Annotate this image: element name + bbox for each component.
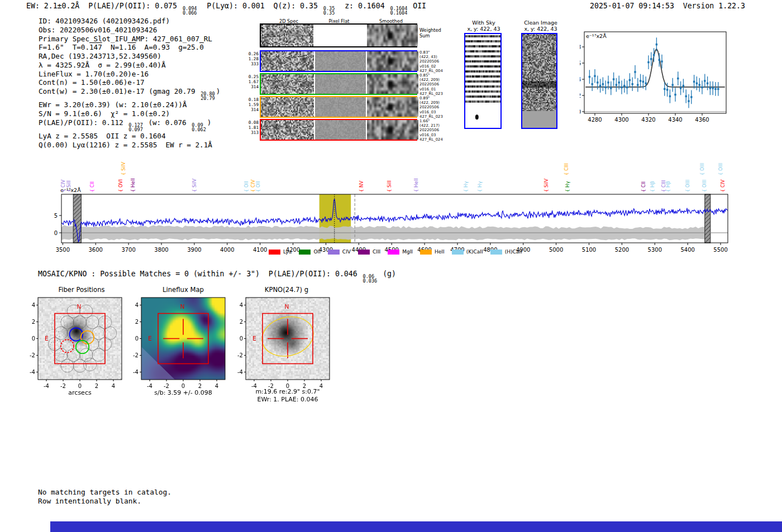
legend-swatch (388, 250, 399, 255)
fiber-positions-title: Fiber Positions (38, 286, 125, 294)
svg-text:4280: 4280 (588, 117, 602, 123)
legend-item: MgII (388, 249, 413, 255)
svg-text:2: 2 (32, 319, 35, 325)
svg-text:-4: -4 (237, 369, 243, 375)
svg-text:-2: -2 (237, 352, 243, 358)
svg-text:6: 6 (580, 60, 581, 66)
cutout-row-left-label: 0.081.81313 (247, 120, 259, 135)
compass-east: E (148, 335, 152, 342)
svg-text:{ OII: { OII (244, 181, 249, 192)
info-line-primary: Primary Spec_Slot_IFU_AMP: 427_061_007_R… (39, 35, 220, 44)
svg-text:3900: 3900 (187, 247, 201, 253)
svg-text:{ SiIV: { SiIV (192, 179, 197, 192)
svg-text:0: 0 (135, 336, 139, 342)
svg-text:0: 0 (580, 109, 581, 115)
catalog-image-title: KPNO(24.7) g (245, 286, 328, 294)
svg-text:-4: -4 (147, 383, 152, 389)
svg-text:4: 4 (215, 383, 218, 389)
legend-item: (H)CaII (490, 249, 522, 255)
svg-text:4: 4 (135, 302, 139, 308)
svg-text:{ Hγ: { Hγ (463, 181, 469, 192)
legend-label: HeII (435, 249, 445, 255)
cutout-row-right-label: WeightedSum (419, 28, 441, 39)
svg-text:2: 2 (135, 319, 139, 325)
svg-text:0: 0 (54, 230, 58, 236)
svg-text:4360: 4360 (695, 117, 709, 123)
legend-label: (H)CaII (505, 249, 522, 255)
svg-text:2: 2 (95, 383, 98, 389)
spectrum-legend: LyαOIICIVCIIIMgIIHeII(K)CaII(H)CaII (269, 249, 522, 255)
cutout-2dspec (261, 97, 314, 117)
legend-swatch (420, 250, 432, 255)
svg-text:0: 0 (32, 336, 35, 342)
cutout-2dspec (261, 120, 314, 140)
mosaic-status-line: MOSAIC/KPNO : Possible Matches = 0 (with… (38, 270, 396, 283)
info-line-lambda: λ = 4325.92Å σ = 2.99(±0.40)Å (39, 61, 220, 70)
cutout-row (260, 119, 417, 141)
cutout-row-left-label: 0.181.59314 (247, 97, 259, 112)
compass-north: N (285, 303, 289, 310)
info-line-plae: P(LAE)/P(OII): 0.112 0.1270.097 (w: 0.07… (39, 118, 220, 132)
footer-line-1: No matching targets in catalog. (38, 488, 171, 497)
svg-text:{ OIII: { OIII (702, 180, 707, 192)
svg-text:4100: 4100 (253, 247, 267, 253)
summary-header: EW: 2.1±0.2Å P(LAE)/P(OII): 0.075 0.0940… (26, 2, 426, 15)
svg-text:-4: -4 (30, 369, 35, 375)
svg-text:{ CIV: { CIV (720, 179, 726, 192)
footer-text: No matching targets in catalog. Row inte… (38, 488, 171, 505)
svg-text:3500: 3500 (56, 247, 70, 253)
classification-color-bar (50, 521, 782, 532)
svg-text:{ SiIV: { SiIV (121, 162, 126, 175)
svg-text:{ CIII: { CIII (564, 163, 569, 175)
legend-item: CIV (328, 249, 351, 255)
info-line-ewr: EWr = 3.20(±0.39) (w: 2.10(±0.24))Å (39, 100, 220, 109)
elixer-report-page: EW: 2.1±0.2Å P(LAE)/P(OII): 0.075 0.0940… (0, 0, 782, 532)
legend-item: HeII (420, 249, 445, 255)
svg-text:{ SiII: { SiII (66, 180, 71, 192)
compass-east: E (252, 335, 256, 342)
svg-text:{ OIII: { OIII (685, 180, 690, 192)
cutout-row-right-label: 1.66"(422, 217)20220506v016_03427_RL_024 (419, 119, 443, 142)
cutout-smoothed (367, 97, 418, 117)
svg-text:{ Hγ: { Hγ (477, 181, 483, 192)
legend-item: OII (299, 249, 320, 255)
svg-text:4300: 4300 (614, 117, 628, 123)
svg-text:5000: 5000 (549, 247, 563, 253)
svg-text:5200: 5200 (615, 247, 629, 253)
legend-swatch (490, 250, 502, 255)
svg-text:5300: 5300 (648, 247, 662, 253)
cutout-pixelflat (314, 25, 365, 46)
legend-label: OII (313, 249, 320, 255)
legend-label: MgII (402, 249, 413, 255)
cutout-pixelflat (315, 51, 366, 71)
cutout-smoothed (367, 74, 418, 94)
svg-text:-2: -2 (164, 383, 169, 389)
svg-text:2: 2 (198, 383, 202, 389)
info-line-lineflux: LineFlux = 1.70(±0.20)e-16 (39, 70, 220, 79)
svg-text:-4: -4 (44, 383, 49, 389)
svg-text:4: 4 (32, 302, 35, 308)
svg-text:0: 0 (182, 383, 185, 389)
legend-item: CIII (358, 249, 380, 255)
info-line-radec: RA,Dec (193.243713,52.349560) (39, 52, 220, 61)
svg-text:2: 2 (240, 319, 243, 325)
compass-east: E (45, 335, 49, 342)
info-line-z: LyA z = 2.5585 OII z = 0.1604 (39, 132, 220, 141)
svg-text:2: 2 (580, 93, 581, 99)
catalog-caption-plae: EWr: 1. PLAE: 0.046 (237, 396, 338, 404)
svg-text:3800: 3800 (154, 247, 168, 253)
cutout-2dspec (261, 25, 313, 46)
compass-north: N (180, 303, 185, 310)
svg-text:-2: -2 (60, 383, 66, 389)
cutout-smoothed (367, 25, 418, 46)
svg-text:0: 0 (240, 336, 243, 342)
svg-text:3700: 3700 (121, 247, 135, 253)
legend-swatch (269, 250, 280, 255)
info-line-q: Q(0.00) Lyα(1216) z = 2.5585 EW r = 2.1Å (39, 141, 220, 150)
cutout-pixelflat (315, 74, 366, 94)
svg-text:-2: -2 (133, 352, 139, 358)
svg-text:{ OIII: { OIII (718, 163, 723, 175)
svg-text:-4: -4 (133, 369, 139, 375)
info-line-obs: Obs: 20220506v016_4021093426 (39, 26, 220, 35)
svg-text:{ OII: { OII (255, 181, 261, 192)
